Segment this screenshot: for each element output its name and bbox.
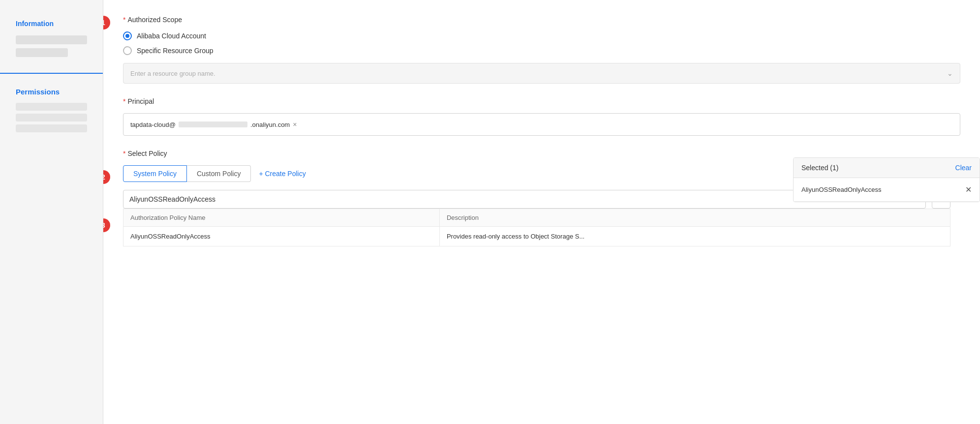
sidebar-field-blur-3 <box>16 124 87 132</box>
sidebar-cloud-blur <box>16 48 68 57</box>
principal-title: *Principal <box>123 97 960 105</box>
selected-panel: Selected (1) Clear AliyunOSSReadOnlyAcce… <box>793 157 980 202</box>
chevron-down-icon: ⌄ <box>947 69 953 77</box>
principal-input-box[interactable]: tapdata-cloud@ .onaliyun.com × <box>123 113 960 136</box>
principal-section: *Principal tapdata-cloud@ .onaliyun.com … <box>123 97 960 136</box>
sidebar-permissions-label: Permissions <box>8 84 95 100</box>
principal-tag: tapdata-cloud@ .onaliyun.com × <box>130 121 297 128</box>
sidebar-divider <box>0 73 103 74</box>
principal-tag-redacted <box>179 121 247 127</box>
selected-item-1: AliyunOSSReadOnlyAccess ✕ <box>794 178 980 202</box>
scope-radio-group: Alibaba Cloud Account Specific Resource … <box>123 31 960 55</box>
create-policy-button[interactable]: + Create Policy <box>259 170 306 178</box>
sidebar: Information Permissions <box>0 0 103 424</box>
sidebar-field-blur-1 <box>16 103 87 111</box>
policy-name-cell: AliyunOSSReadOnlyAccess <box>123 227 440 246</box>
resource-group-placeholder: Enter a resource group name. <box>130 70 215 77</box>
sidebar-field-blur-2 <box>16 114 87 121</box>
radio-circle-alibaba <box>123 31 132 40</box>
col-policy-name: Authorization Policy Name <box>123 209 440 227</box>
table-row[interactable]: AliyunOSSReadOnlyAccess Provides read-on… <box>123 227 950 246</box>
step-badge-1: 1 <box>103 16 110 30</box>
principal-tag-suffix: .onaliyun.com <box>250 121 290 128</box>
radio-label-alibaba: Alibaba Cloud Account <box>137 32 206 40</box>
step-badge-3: 3 <box>103 218 110 232</box>
policy-desc-cell: Provides read-only access to Object Stor… <box>439 227 950 246</box>
authorized-scope-section: *Authorized Scope Alibaba Cloud Account … <box>123 16 960 84</box>
selected-item-name: AliyunOSSReadOnlyAccess <box>801 186 882 193</box>
required-star-scope: * <box>123 16 125 24</box>
principal-remove-icon[interactable]: × <box>293 121 297 128</box>
required-star-principal: * <box>123 97 125 105</box>
main-content: 1 *Authorized Scope Alibaba Cloud Accoun… <box>103 0 980 424</box>
required-star-policy: * <box>123 150 125 157</box>
col-description: Description <box>439 209 950 227</box>
radio-label-resource: Specific Resource Group <box>137 47 214 55</box>
sidebar-info-label: Information <box>8 16 95 31</box>
tab-system-policy[interactable]: System Policy <box>123 165 187 182</box>
selected-item-remove-icon[interactable]: ✕ <box>965 185 972 194</box>
selected-count-label: Selected (1) <box>801 164 838 172</box>
policy-table: Authorization Policy Name Description Al… <box>123 209 950 246</box>
radio-specific-resource[interactable]: Specific Resource Group <box>123 46 960 55</box>
clear-button[interactable]: Clear <box>955 164 972 172</box>
principal-tag-prefix: tapdata-cloud@ <box>130 121 176 128</box>
step-badge-2: 2 <box>103 170 110 184</box>
radio-alibaba-cloud[interactable]: Alibaba Cloud Account <box>123 31 960 40</box>
selected-panel-header: Selected (1) Clear <box>794 158 980 178</box>
resource-group-input[interactable]: Enter a resource group name. ⌄ <box>123 63 960 84</box>
authorized-scope-title: *Authorized Scope <box>123 16 960 24</box>
tab-custom-policy[interactable]: Custom Policy <box>187 165 251 182</box>
radio-circle-resource <box>123 46 132 55</box>
sidebar-email-blur <box>16 35 87 44</box>
select-policy-title: *Select Policy <box>123 150 960 157</box>
